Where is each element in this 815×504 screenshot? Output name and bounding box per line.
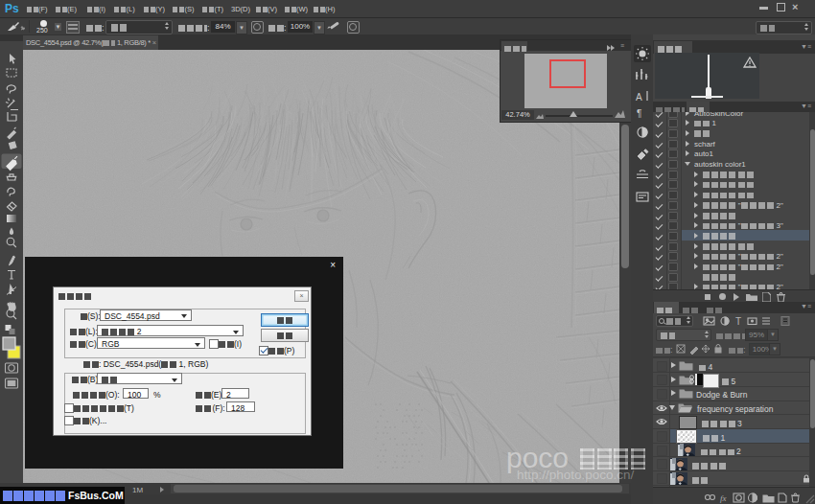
svg-text:A: A [636,92,642,103]
svg-text:fx: fx [720,493,727,503]
svg-text:T: T [735,316,741,326]
svg-text:¶: ¶ [637,108,641,119]
